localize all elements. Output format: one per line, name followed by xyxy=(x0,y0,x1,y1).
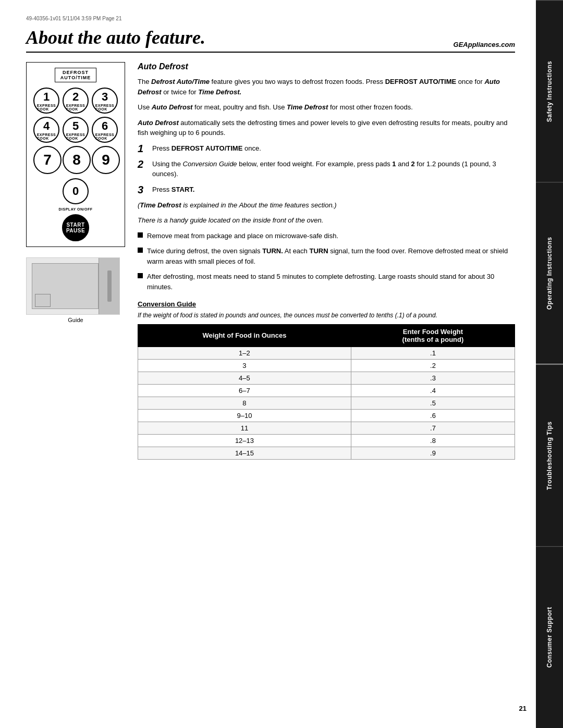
table-row: 6–7.4 xyxy=(138,384,515,397)
step-1: 1 Press DEFROST AUTO/TIME once. xyxy=(138,143,515,154)
tenths-cell: .5 xyxy=(351,397,515,409)
table-row: 9–10.6 xyxy=(138,409,515,422)
left-column: DEFROST AUTO/TIME 1 EXPRESSCOOK 2 EXPRES… xyxy=(26,62,125,460)
main-content: 49-40356-1v01 5/11/04 3:59 PM Page 21 Ab… xyxy=(0,0,536,728)
step-text-1: Press DEFROST AUTO/TIME once. xyxy=(152,143,261,154)
key-6: 6 EXPRESSCOOK xyxy=(92,117,118,143)
italic-note: There is a handy guide located on the in… xyxy=(138,215,515,226)
start-button-area: START PAUSE xyxy=(31,214,120,241)
paren-note: (Time Defrost is explained in the About … xyxy=(138,200,515,211)
ounces-cell: 6–7 xyxy=(138,384,351,397)
display-button: DISPLAY ON/OFF xyxy=(31,207,120,211)
bullet-text-2: Twice during defrost, the oven signals T… xyxy=(147,246,515,266)
step-text-3: Press START. xyxy=(152,184,194,195)
auto-defrost-description: Auto Defrost automatically sets the defr… xyxy=(138,118,515,138)
ounces-cell: 1–2 xyxy=(138,347,351,359)
keypad-grid: 1 EXPRESSCOOK 2 EXPRESSCOOK 3 EXPRESSCOO… xyxy=(31,88,120,174)
tenths-cell: .6 xyxy=(351,409,515,422)
bullet-1: Remove meat from package and place on mi… xyxy=(138,231,515,241)
bullet-text-1: Remove meat from package and place on mi… xyxy=(147,231,338,241)
key-8: 8 xyxy=(63,146,91,174)
key-0: 0 xyxy=(63,178,89,204)
tenths-cell: .1 xyxy=(351,347,515,359)
bullet-3: After defrosting, most meats need to sta… xyxy=(138,272,515,292)
intro-paragraph: The Defrost Auto/Time feature gives you … xyxy=(138,77,515,97)
col-header-ounces: Weight of Food in Ounces xyxy=(138,324,351,347)
table-row: 3.2 xyxy=(138,359,515,372)
ounces-cell: 11 xyxy=(138,422,351,434)
keypad-label: DEFROST AUTO/TIME xyxy=(55,68,96,82)
bullet-text-3: After defrosting, most meats need to sta… xyxy=(147,272,515,292)
step-number-2: 2 xyxy=(138,159,148,169)
ounces-cell: 14–15 xyxy=(138,447,351,459)
step-3: 3 Press START. xyxy=(138,184,515,195)
website-url: GEAppliances.com xyxy=(454,41,515,48)
use-note: Use Auto Defrost for meat, poultry and f… xyxy=(138,102,515,113)
table-row: 12–13.8 xyxy=(138,434,515,447)
two-column-layout: DEFROST AUTO/TIME 1 EXPRESSCOOK 2 EXPRES… xyxy=(26,62,515,460)
page-title: About the auto feature. xyxy=(26,27,205,48)
key-7: 7 xyxy=(33,146,62,174)
key-3: 3 EXPRESSCOOK xyxy=(92,88,118,114)
microwave-door xyxy=(99,258,119,314)
step-number-1: 1 xyxy=(138,143,148,154)
page-number: 21 xyxy=(519,705,527,712)
table-row: 11.7 xyxy=(138,422,515,434)
section-heading: Auto Defrost xyxy=(138,62,515,71)
tenths-cell: .2 xyxy=(351,359,515,372)
step-number-3: 3 xyxy=(138,184,148,195)
conversion-table: Weight of Food in Ounces Enter Food Weig… xyxy=(138,324,515,460)
key-1: 1 EXPRESSCOOK xyxy=(33,88,59,114)
bullet-2: Twice during defrost, the oven signals T… xyxy=(138,246,515,266)
key-9: 9 xyxy=(92,146,120,174)
conversion-guide-section: Conversion Guide If the weight of food i… xyxy=(138,300,515,460)
ounces-cell: 3 xyxy=(138,359,351,372)
table-row: 14–15.9 xyxy=(138,447,515,459)
ounces-cell: 8 xyxy=(138,397,351,409)
table-row: 8.5 xyxy=(138,397,515,409)
bullet-icon-3 xyxy=(138,273,143,278)
tenths-cell: .3 xyxy=(351,372,515,384)
bullet-icon-1 xyxy=(138,232,143,238)
tenths-cell: .9 xyxy=(351,447,515,459)
keypad-illustration: DEFROST AUTO/TIME 1 EXPRESSCOOK 2 EXPRES… xyxy=(26,62,125,247)
key-4: 4 EXPRESSCOOK xyxy=(33,117,59,143)
tab-consumer-support[interactable]: Consumer Support xyxy=(536,546,563,728)
key-5: 5 EXPRESSCOOK xyxy=(63,117,89,143)
microwave-illustration-area: Guide xyxy=(26,257,125,323)
guide-label: Guide xyxy=(26,317,125,323)
bullet-icon-2 xyxy=(138,248,143,253)
col-header-tenths: Enter Food Weight (tenths of a pound) xyxy=(351,324,515,347)
tenths-cell: .8 xyxy=(351,434,515,447)
microwave-box xyxy=(26,257,120,315)
ounces-cell: 12–13 xyxy=(138,434,351,447)
table-row: 1–2.1 xyxy=(138,347,515,359)
display-label: DISPLAY ON/OFF xyxy=(59,207,93,211)
tenths-cell: .7 xyxy=(351,422,515,434)
conversion-guide-heading: Conversion Guide xyxy=(138,300,515,308)
print-header: 49-40356-1v01 5/11/04 3:59 PM Page 21 xyxy=(26,16,515,21)
step-text-2: Using the Conversion Guide below, enter … xyxy=(152,159,515,179)
tab-operating-instructions[interactable]: Operating Instructions xyxy=(536,182,563,364)
right-column: Auto Defrost The Defrost Auto/Time featu… xyxy=(138,62,515,460)
step-2: 2 Using the Conversion Guide below, ente… xyxy=(138,159,515,179)
key-2: 2 EXPRESSCOOK xyxy=(63,88,89,114)
tenths-cell: .4 xyxy=(351,384,515,397)
ounces-cell: 9–10 xyxy=(138,409,351,422)
start-button: START PAUSE xyxy=(62,214,89,241)
tab-troubleshooting-tips[interactable]: Troubleshooting Tips xyxy=(536,364,563,546)
tab-safety-instructions[interactable]: Safety Instructions xyxy=(536,0,563,182)
page-title-bar: About the auto feature. GEAppliances.com xyxy=(26,27,515,53)
side-tab-navigation: Safety Instructions Operating Instructio… xyxy=(536,0,563,728)
key-zero-row: 0 xyxy=(31,178,120,204)
ounces-cell: 4–5 xyxy=(138,372,351,384)
conversion-subtext: If the weight of food is stated in pound… xyxy=(138,311,515,320)
table-row: 4–5.3 xyxy=(138,372,515,384)
